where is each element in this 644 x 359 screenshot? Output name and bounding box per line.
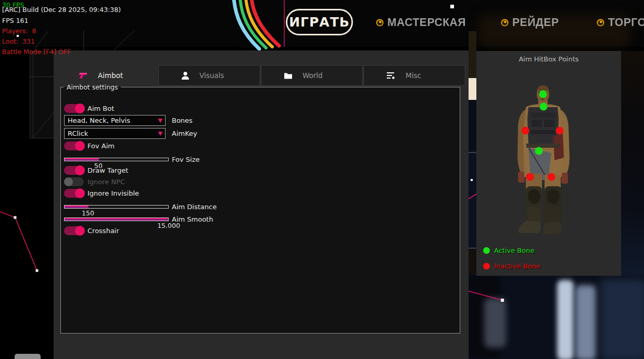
bones-dropdown-value: Head, Neck, Pelvis — [65, 117, 130, 124]
active-bone-label: Active Bone — [494, 247, 534, 254]
tab-misc[interactable]: Misc — [363, 65, 465, 86]
legend-active-bone: Active Bone — [483, 246, 534, 254]
coin-icon — [501, 19, 509, 27]
loot-text: Loot: 331 — [2, 36, 210, 47]
scene-strip — [469, 153, 476, 248]
ignore-invisible-label: Ignore Invisible — [87, 189, 139, 197]
aim-bot-toggle[interactable] — [64, 104, 84, 113]
ignore-invisible-row: Ignore Invisible — [64, 189, 139, 198]
aimkey-label: AimKey — [172, 130, 197, 137]
scene-strip — [469, 249, 476, 276]
fps-text: FPS 161 — [2, 16, 210, 26]
pistol-icon — [79, 72, 87, 79]
hitbox-point-inactive[interactable] — [526, 173, 534, 181]
aim-distance-slider[interactable] — [64, 205, 169, 209]
folder-icon — [284, 72, 292, 79]
menu-item-label: РЕЙДЕР — [512, 16, 559, 29]
players-text: Players: 8 — [2, 26, 210, 36]
bones-dropdown[interactable]: Head, Neck, Pelvis ▼ — [64, 115, 166, 126]
battle-mode-text: Battle Mode [F4] OFF — [2, 47, 210, 57]
aim-bot-row: Aim Bot — [64, 104, 114, 113]
chevron-down-icon: ▼ — [158, 117, 162, 124]
scene-right-edge — [621, 51, 644, 278]
screen: { "hud": { "fps_overlay": "30 FPS", "bui… — [0, 0, 644, 359]
crosshair-toggle[interactable] — [64, 226, 84, 235]
fov-aim-row: Fov Aim — [64, 142, 115, 150]
aimkey-dropdown[interactable]: RClick ▼ — [64, 128, 166, 139]
menu-item-workshop[interactable]: МАСТЕРСКАЯ — [376, 16, 469, 29]
fov-size-label: Fov Size — [172, 156, 199, 163]
legend-inactive-bone: Inactive Bone — [483, 262, 540, 270]
filter-list-icon — [387, 72, 395, 79]
tab-label: Aimbot — [98, 71, 123, 80]
draw-target-label: Draw Target — [87, 166, 128, 174]
build-text: [ARC] Build (Dec 28 2025, 09:43:38) — [2, 5, 210, 15]
menu-item-label: МАСТЕРСКАЯ — [387, 16, 466, 29]
play-button-label: ИГРАТЬ — [289, 15, 350, 30]
draw-target-row: Draw Target — [64, 166, 128, 175]
tab-label: Visuals — [199, 71, 224, 80]
aim-smooth-slider[interactable] — [64, 217, 169, 221]
crosshair-label: Crosshair — [87, 227, 119, 235]
tab-aimbot[interactable]: Aimbot — [79, 65, 123, 86]
tab-label: World — [302, 71, 323, 80]
inactive-bone-dot-icon — [483, 263, 490, 270]
debug-overlay: 30 FPS [ARC] Build (Dec 28 2025, 09:43:3… — [2, 0, 6, 73]
coin-icon — [376, 19, 384, 27]
ignore-invisible-toggle[interactable] — [64, 189, 84, 198]
fov-aim-label: Fov Aim — [87, 142, 115, 150]
bones-label: Bones — [172, 117, 193, 124]
hitbox-panel: Aim HitBox Points — [476, 51, 621, 276]
fov-aim-toggle[interactable] — [64, 142, 84, 150]
aim-smooth-value: 15.000 — [148, 222, 190, 229]
menu-item-label: ТОРГО — [608, 16, 644, 29]
hitbox-point-inactive[interactable] — [522, 127, 529, 135]
aimbot-settings-group: Aimbot settings Aim Bot Head, Neck, Pelv… — [60, 83, 460, 334]
scene-strip — [469, 78, 476, 100]
hitbox-point-inactive[interactable] — [556, 127, 564, 135]
coin-icon — [597, 19, 604, 27]
tab-world[interactable]: World — [261, 65, 363, 86]
draw-target-toggle[interactable] — [64, 166, 84, 175]
cheat-menu-panel: Aimbot Visuals World Misc Aimbot setting… — [54, 50, 469, 359]
ignore-npc-toggle[interactable] — [64, 177, 84, 186]
tab-visuals[interactable]: Visuals — [158, 65, 260, 86]
aim-bot-label: Aim Bot — [87, 105, 114, 112]
menu-item-trade[interactable]: ТОРГО — [597, 16, 644, 29]
scene-object — [15, 354, 41, 359]
ignore-npc-label: Ignore NPC — [87, 178, 125, 186]
tab-label: Misc — [406, 71, 421, 80]
scene-strip — [469, 31, 476, 78]
play-button[interactable]: ИГРАТЬ — [286, 9, 353, 35]
aimkey-row: RClick ▼ AimKey — [64, 128, 197, 139]
hitbox-point-active[interactable] — [539, 91, 547, 98]
scene-strip — [469, 100, 476, 152]
scene-bottom — [469, 275, 644, 359]
chevron-down-icon: ▼ — [158, 130, 162, 137]
fov-size-slider[interactable] — [64, 158, 169, 161]
hitbox-point-active[interactable] — [535, 147, 543, 155]
aim-smooth-row: Aim Smooth — [64, 216, 213, 223]
aim-distance-label: Aim Distance — [172, 203, 217, 211]
settings-group-legend: Aimbot settings — [64, 83, 121, 91]
ignore-npc-row: Ignore NPC — [64, 177, 125, 186]
inactive-bone-label: Inactive Bone — [494, 262, 540, 270]
active-bone-dot-icon — [483, 247, 490, 254]
person-icon — [182, 72, 189, 80]
crosshair-row: Crosshair — [64, 226, 119, 235]
hitbox-point-inactive[interactable] — [548, 173, 555, 181]
player-model — [476, 51, 621, 276]
menu-item-raider[interactable]: РЕЙДЕР — [501, 16, 561, 29]
aimkey-dropdown-value: RClick — [65, 130, 88, 137]
hitbox-point-active[interactable] — [540, 103, 548, 111]
bones-row: Head, Neck, Pelvis ▼ Bones — [64, 115, 193, 126]
